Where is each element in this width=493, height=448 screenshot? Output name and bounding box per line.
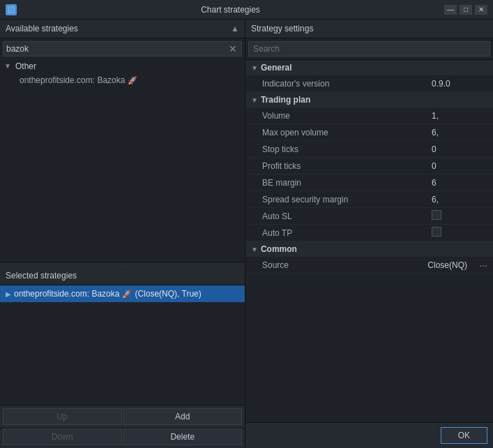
row-max-open-volume: Max open volume 6, bbox=[245, 124, 493, 141]
selected-strategies-label: Selected strategies bbox=[6, 271, 77, 281]
profit-ticks-value[interactable]: 0 bbox=[432, 161, 487, 171]
window-controls: — □ ✕ bbox=[444, 5, 487, 15]
selected-strategies-section: Selected strategies ▶ ontheprofitside.co… bbox=[0, 267, 245, 448]
maximize-button[interactable]: □ bbox=[460, 5, 472, 15]
profit-ticks-label: Profit ticks bbox=[251, 161, 432, 171]
auto-tp-label: Auto TP bbox=[251, 228, 432, 238]
selected-item-label: ontheprofitside.com: Bazoka bbox=[14, 289, 119, 299]
down-button[interactable]: Down bbox=[3, 428, 122, 445]
spread-security-label: Spread security margin bbox=[251, 195, 432, 204]
app-icon bbox=[6, 4, 17, 15]
strategy-settings-header: Strategy settings bbox=[245, 20, 493, 38]
auto-tp-checkbox[interactable] bbox=[432, 227, 441, 237]
row-volume: Volume 1, bbox=[245, 107, 493, 124]
be-margin-value[interactable]: 6 bbox=[432, 178, 487, 188]
row-be-margin: BE margin 6 bbox=[245, 174, 493, 191]
section-common-label: Common bbox=[261, 244, 297, 254]
title-bar: Chart strategies — □ ✕ bbox=[0, 0, 493, 20]
selected-strategies-list: ▶ ontheprofitside.com: Bazoka 🚀 (Close(N… bbox=[0, 285, 245, 345]
section-trading-plan-label: Trading plan bbox=[261, 95, 310, 105]
settings-search-input[interactable] bbox=[248, 41, 490, 57]
tree-group-label: Other bbox=[15, 61, 36, 71]
auto-tp-value bbox=[432, 227, 487, 239]
auto-sl-checkbox[interactable] bbox=[432, 210, 441, 220]
be-margin-label: BE margin bbox=[251, 178, 432, 188]
search-clear-icon[interactable]: ✕ bbox=[227, 43, 238, 54]
tree-group-other[interactable]: ▼ Other bbox=[0, 59, 245, 73]
collapse-arrow[interactable]: ▲ bbox=[231, 24, 239, 33]
tree-group-arrow: ▼ bbox=[4, 62, 13, 70]
max-open-volume-label: Max open volume bbox=[251, 128, 432, 137]
selected-item-rocket-icon: 🚀 bbox=[122, 290, 132, 299]
available-strategies-header: Available strategies ▲ bbox=[0, 20, 245, 38]
row-stop-ticks: Stop ticks 0 bbox=[245, 141, 493, 158]
minimize-button[interactable]: — bbox=[444, 5, 457, 15]
indicator-version-label: Indicator's version bbox=[251, 79, 432, 89]
bottom-buttons-row2: Down Delete bbox=[0, 428, 245, 448]
right-panel: Strategy settings ▼ General Indicator's … bbox=[245, 20, 493, 448]
close-button[interactable]: ✕ bbox=[475, 5, 487, 15]
section-general-label: General bbox=[261, 63, 292, 73]
section-general-arrow: ▼ bbox=[251, 64, 258, 72]
available-strategies-label: Available strategies bbox=[6, 24, 78, 33]
selected-item-params: (Close(NQ), True) bbox=[135, 289, 201, 299]
rocket-icon: 🚀 bbox=[128, 76, 137, 85]
strategies-tree: ▼ Other ontheprofitside.com: Bazoka 🚀 bbox=[0, 59, 245, 262]
selected-strategies-header: Selected strategies bbox=[0, 267, 245, 285]
section-general[interactable]: ▼ General bbox=[245, 60, 493, 75]
strategy-settings-label: Strategy settings bbox=[251, 24, 313, 33]
row-spread-security: Spread security margin 6, bbox=[245, 191, 493, 208]
tree-item-label: ontheprofitside.com: Bazoka bbox=[20, 75, 125, 85]
ok-button[interactable]: OK bbox=[441, 427, 487, 444]
row-auto-sl: Auto SL bbox=[245, 208, 493, 225]
left-panel: Available strategies ▲ ✕ ▼ Other onthepr… bbox=[0, 20, 245, 448]
up-button[interactable]: Up bbox=[3, 408, 122, 425]
dialog-footer: OK bbox=[245, 422, 493, 448]
auto-sl-value bbox=[432, 210, 487, 222]
section-common-arrow: ▼ bbox=[251, 246, 258, 253]
max-open-volume-value[interactable]: 6, bbox=[432, 128, 487, 137]
add-button[interactable]: Add bbox=[123, 408, 243, 425]
indicator-version-value: 0.9.0 bbox=[432, 79, 487, 89]
window-title: Chart strategies bbox=[17, 5, 444, 15]
section-common[interactable]: ▼ Common bbox=[245, 241, 493, 257]
spread-security-value[interactable]: 6, bbox=[432, 195, 487, 204]
strategy-search-input[interactable] bbox=[6, 44, 227, 54]
bottom-buttons: Up Add bbox=[0, 405, 245, 428]
selected-item-bazoka[interactable]: ▶ ontheprofitside.com: Bazoka 🚀 (Close(N… bbox=[0, 285, 245, 302]
row-indicator-version: Indicator's version 0.9.0 bbox=[245, 75, 493, 92]
source-value[interactable]: Close(NQ) bbox=[427, 260, 476, 270]
settings-search-box bbox=[245, 38, 493, 60]
strategy-search-box: ✕ bbox=[3, 41, 242, 57]
selected-item-arrow: ▶ bbox=[6, 290, 11, 298]
row-auto-tp: Auto TP bbox=[245, 225, 493, 241]
auto-sl-label: Auto SL bbox=[251, 211, 432, 221]
stop-ticks-value[interactable]: 0 bbox=[432, 144, 487, 154]
stop-ticks-label: Stop ticks bbox=[251, 144, 432, 154]
section-trading-plan-arrow: ▼ bbox=[251, 96, 258, 104]
settings-list: ▼ General Indicator's version 0.9.0 ▼ Tr… bbox=[245, 60, 493, 422]
tree-item-bazoka[interactable]: ontheprofitside.com: Bazoka 🚀 bbox=[0, 73, 245, 87]
delete-button[interactable]: Delete bbox=[123, 428, 243, 445]
volume-value[interactable]: 1, bbox=[432, 111, 487, 121]
source-dots-button[interactable]: ··· bbox=[476, 260, 487, 271]
section-trading-plan[interactable]: ▼ Trading plan bbox=[245, 92, 493, 107]
source-label: Source bbox=[251, 260, 427, 270]
row-source: Source Close(NQ) ··· bbox=[245, 257, 493, 274]
volume-label: Volume bbox=[251, 111, 432, 121]
row-profit-ticks: Profit ticks 0 bbox=[245, 158, 493, 174]
main-layout: Available strategies ▲ ✕ ▼ Other onthepr… bbox=[0, 20, 493, 448]
